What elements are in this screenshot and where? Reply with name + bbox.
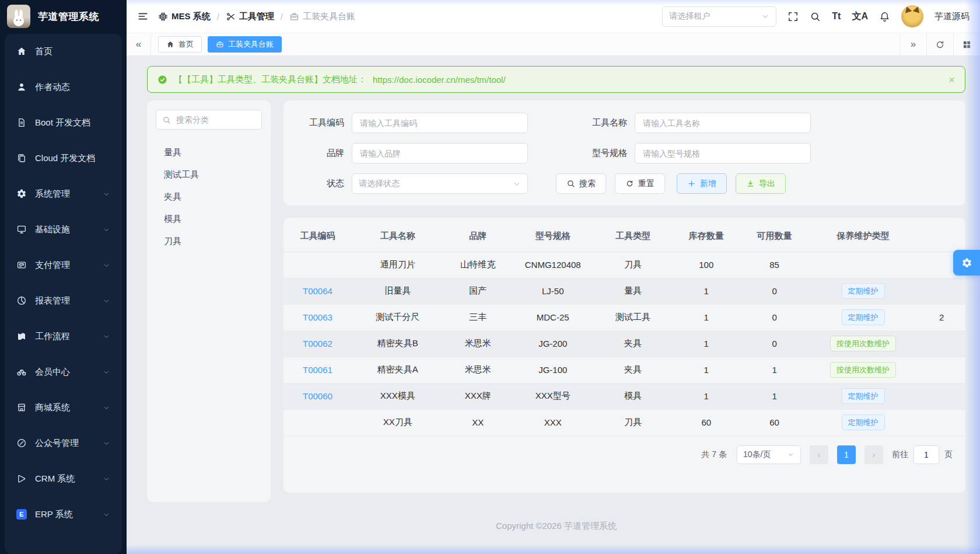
sidebar-item-label: 工作流程 — [35, 331, 94, 342]
table-column-header: 保养维护类型 — [808, 221, 918, 252]
monitor-icon — [16, 224, 27, 235]
next-page-button[interactable]: › — [864, 445, 883, 464]
sidebar-item-9[interactable]: 工作流程 — [9, 323, 117, 349]
sidebar-item-6[interactable]: 基础设施 — [9, 217, 117, 242]
tabs-actions: » — [900, 33, 980, 55]
category-item-4[interactable]: 模具 — [164, 208, 260, 230]
cell-maintenance: 按使用次数维护 — [808, 330, 918, 357]
tool-code-input[interactable] — [359, 118, 521, 128]
category-item-3[interactable]: 夹具 — [164, 186, 260, 208]
sidebar-item-label: 报表管理 — [35, 295, 94, 306]
sidebar-item-11[interactable]: 商城系统 — [9, 395, 117, 420]
sidebar-item-4[interactable]: Cloud 开发文档 — [9, 145, 117, 171]
tabs-scroll-right-icon[interactable]: » — [900, 33, 926, 55]
alert-link[interactable]: https://doc.iocoder.cn/mes/tm/tool/ — [373, 75, 506, 85]
status-select[interactable]: 请选择状态 — [352, 173, 528, 194]
tool-name-input[interactable] — [642, 118, 804, 128]
chevron-down-icon — [103, 297, 110, 305]
maintenance-type-badge: 定期维护 — [842, 283, 885, 299]
page-size-value: 10条/页 — [743, 450, 771, 460]
maintenance-type-badge: 定期维护 — [842, 309, 885, 325]
table-column-header: 库存数量 — [672, 221, 740, 252]
sidebar-item-8[interactable]: 报表管理 — [9, 288, 117, 313]
cell-extra — [918, 409, 965, 435]
cell-extra: 2 — [918, 304, 965, 330]
user-avatar[interactable] — [901, 5, 923, 27]
tab-1[interactable]: 首页 — [158, 36, 202, 53]
search-button[interactable]: 搜索 — [556, 173, 606, 194]
cell-maintenance — [808, 252, 918, 278]
bell-icon[interactable] — [879, 11, 890, 22]
content-row: 量具测试工具夹具模具刀具 工具编码 工具名称 — [147, 100, 965, 502]
maintenance-type-badge: 按使用次数维护 — [830, 362, 896, 378]
current-page-button[interactable]: 1 — [837, 445, 856, 464]
cell-tool-code — [284, 252, 352, 278]
brand-input[interactable] — [359, 148, 521, 159]
cell-type: 刀具 — [594, 409, 672, 435]
tool-code-link[interactable]: T00062 — [303, 339, 332, 349]
reset-button[interactable]: 重置 — [615, 173, 665, 194]
search-icon[interactable] — [810, 11, 821, 22]
category-search-input[interactable] — [175, 114, 256, 125]
shop-icon — [16, 402, 27, 413]
chevron-down-icon — [103, 440, 110, 447]
sidebar-item-2[interactable]: 作者动态 — [9, 74, 117, 100]
sidebar-item-10[interactable]: 会员中心 — [9, 359, 117, 385]
category-item-2[interactable]: 测试工具 — [164, 163, 260, 186]
bicycle-icon — [16, 367, 27, 377]
cell-name: 测试千分尺 — [352, 304, 444, 330]
translate-icon[interactable]: 文A — [852, 11, 868, 23]
cell-model: LJ-50 — [512, 278, 594, 304]
logo-row[interactable]: 芋道管理系统 — [0, 0, 127, 33]
crm-icon — [16, 473, 27, 484]
sidebar-item-1[interactable]: 首页 — [9, 39, 117, 64]
model-input[interactable] — [642, 148, 804, 159]
sidebar-item-5[interactable]: 系统管理 — [9, 181, 117, 207]
cell-extra — [918, 383, 965, 409]
copyright: Copyright ©2026 芋道管理系统 — [147, 521, 965, 532]
close-icon[interactable]: × — [949, 74, 955, 85]
breadcrumb-item-3[interactable]: 工装夹具台账 — [289, 11, 355, 22]
category-item-5[interactable]: 刀具 — [164, 230, 260, 252]
table-body: 通用刀片山特维克CNMG120408刀具10085T00064旧量具国产LJ-5… — [284, 252, 965, 435]
documents-icon — [16, 153, 27, 163]
category-item-1[interactable]: 量具 — [164, 141, 260, 163]
export-button[interactable]: 导出 — [736, 173, 786, 194]
cell-name: 旧量具 — [352, 278, 444, 304]
page-size-select[interactable]: 10条/页 — [737, 445, 801, 464]
add-button[interactable]: 新增 — [677, 173, 727, 194]
sidebar-item-7[interactable]: 支付管理 — [9, 252, 117, 278]
settings-drawer-button[interactable] — [953, 250, 980, 276]
category-search[interactable] — [156, 110, 262, 130]
layout-grid-icon[interactable] — [953, 33, 980, 55]
table-column-header-extra — [918, 221, 965, 252]
breadcrumb-item-2[interactable]: 工具管理 — [226, 11, 274, 22]
scissors-icon — [226, 12, 236, 22]
goto-page-input[interactable] — [914, 445, 939, 464]
cell-brand: 米思米 — [444, 357, 512, 383]
breadcrumb-label: MES 系统 — [172, 11, 211, 22]
breadcrumb-item-1[interactable]: MES 系统 — [158, 11, 211, 22]
fullscreen-icon[interactable] — [788, 11, 799, 22]
refresh-icon[interactable] — [926, 33, 953, 55]
tenant-select[interactable]: 请选择租户 — [662, 6, 776, 27]
app-logo-rabbit-image — [7, 5, 30, 28]
tabs-scroll-left-icon[interactable]: « — [127, 33, 151, 55]
sidebar-item-14[interactable]: EERP 系统 — [9, 501, 117, 527]
alert-text: 【【工具】工具类型、工装夹具台账】文档地址： — [174, 74, 366, 85]
tool-code-link[interactable]: T00064 — [303, 286, 332, 296]
cell-type: 刀具 — [594, 252, 672, 278]
prev-page-button[interactable]: ‹ — [810, 445, 828, 464]
font-size-icon[interactable]: Tt — [832, 11, 841, 22]
collapse-menu-icon[interactable] — [137, 11, 149, 22]
maintenance-type-badge: 定期维护 — [842, 414, 885, 430]
tab-2[interactable]: 工装夹具台账 — [208, 36, 282, 53]
tool-code-link[interactable]: T00060 — [303, 391, 332, 401]
tool-code-link[interactable]: T00063 — [303, 312, 332, 322]
sidebar-item-13[interactable]: CRM 系统 — [9, 466, 117, 492]
sidebar-item-12[interactable]: 公众号管理 — [9, 430, 117, 456]
cell-tool-code: T00063 — [284, 304, 352, 330]
sidebar-item-3[interactable]: Boot 开发文档 — [9, 110, 117, 135]
field-label-model: 型号规格 — [582, 148, 627, 159]
tool-code-link[interactable]: T00061 — [303, 365, 332, 375]
